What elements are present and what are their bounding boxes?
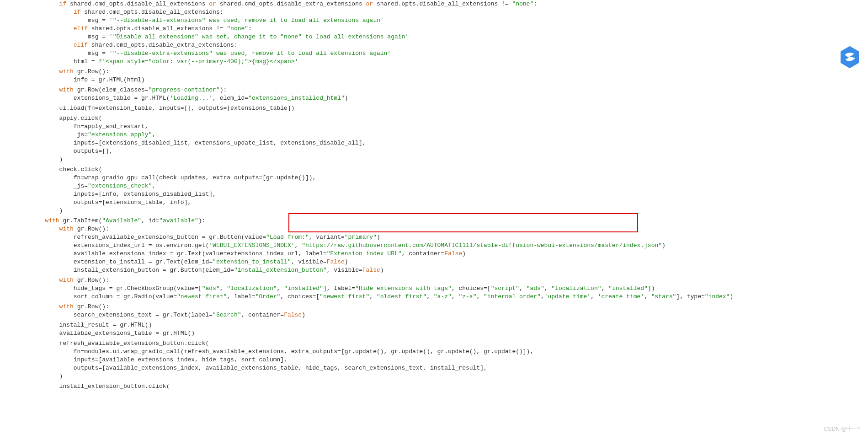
code-line: outputs=[], [16,147,868,156]
code-line: install_result = gr.HTML() [16,321,868,329]
code-line: fn=apply_and_restart, [16,123,868,131]
code-line: extensions_table = gr.HTML('Loading...',… [16,94,868,102]
code-line: with gr.TabItem("Available", id="availab… [16,217,868,225]
code-line: available_extensions_index = gr.Text(val… [16,250,868,258]
code-line: outputs=[extensions_table, info], [16,199,868,207]
code-line: fn=wrap_gradio_gpu_call(check_updates, e… [16,174,868,182]
code-line: hide_tags = gr.CheckboxGroup(value=["ads… [16,285,868,293]
code-line: if shared.cmd_opts.disable_all_extension… [16,0,868,8]
code-line: refresh_available_extensions_button = gr… [16,233,868,242]
code-line: msg = '"Disable all extensions" was set,… [16,33,868,41]
code-line: inputs=[info, extensions_disabled_list], [16,190,868,199]
code-line: with gr.Row(): [16,68,868,76]
code-line: _js="extensions_apply", [16,131,868,139]
code-line: install_extension_button = gr.Button(ele… [16,266,868,274]
code-line: extensions_index_url = os.environ.get('W… [16,242,868,250]
code-line: html = f'<span style="color: var(--prima… [16,58,868,66]
code-line: search_extensions_text = gr.Text(label="… [16,311,868,319]
code-line: with gr.Row(elem_classes="progress-conta… [16,86,868,94]
code-line: refresh_available_extensions_button.clic… [16,339,868,348]
code-line: extension_to_install = gr.Text(elem_id="… [16,258,868,266]
code-line: with gr.Row(): [16,225,868,233]
code-line: with gr.Row(): [16,303,868,311]
code-line: ui.load(fn=extension_table, inputs=[], o… [16,104,868,113]
code-line: apply.click( [16,114,868,123]
bird-icon[interactable] [840,46,860,69]
code-line: install_extension_button.click( [16,382,868,391]
code-line: inputs=[extensions_disabled_list, extens… [16,139,868,147]
code-line: sort_column = gr.Radio(value="newest fir… [16,293,868,301]
code-line: fn=modules.ui.wrap_gradio_call(refresh_a… [16,348,868,356]
code-block[interactable]: if shared.cmd_opts.disable_all_extension… [0,0,868,391]
watermark: CSDN @十一* [824,426,860,432]
code-line: with gr.Row(): [16,276,868,285]
code-line: msg = '"--disable-extra-extensions" was … [16,49,868,58]
code-line: outputs=[available_extensions_index, ava… [16,364,868,372]
code-line: info = gr.HTML(html) [16,76,868,84]
code-line: inputs=[available_extensions_index, hide… [16,356,868,364]
code-line: available_extensions_table = gr.HTML() [16,329,868,338]
code-line: if shared.cmd_opts.disable_all_extension… [16,8,868,16]
code-line: check.click( [16,166,868,174]
code-line: elif shared.cmd_opts.disable_extra_exten… [16,41,868,49]
code-line: _js="extensions_check", [16,182,868,190]
code-line: msg = '"--disable-all-extensions" was us… [16,16,868,25]
code-line: ) [16,156,868,164]
code-line: ) [16,372,868,381]
code-line: ) [16,207,868,215]
code-line: elif shared.opts.disable_all_extensions … [16,25,868,33]
